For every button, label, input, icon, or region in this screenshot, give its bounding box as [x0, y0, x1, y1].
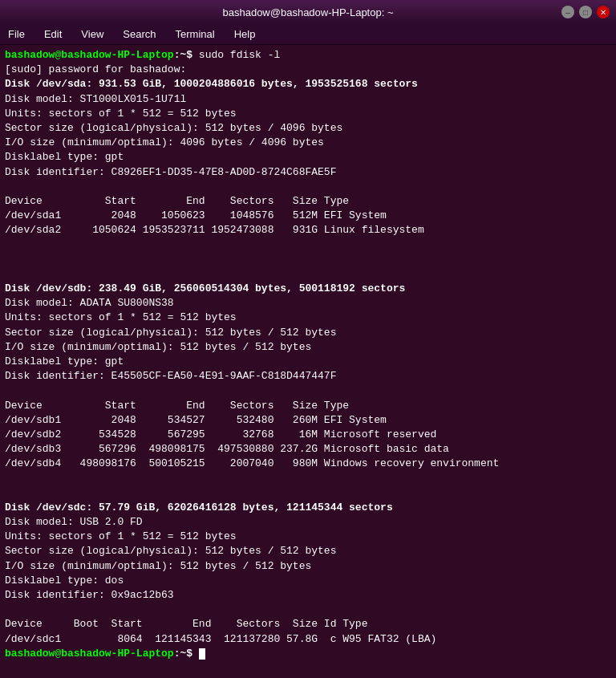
terminal-line: /dev/sdb2 534528 567295 32768 16M Micros… — [5, 428, 611, 442]
terminal-line: Disk /dev/sda: 931.53 GiB, 1000204886016… — [5, 77, 611, 91]
terminal-line: Sector size (logical/physical): 512 byte… — [5, 544, 611, 558]
terminal-line: Units: sectors of 1 * 512 = 512 bytes — [5, 107, 611, 121]
terminal-window: bashadow@bashadow-HP-Laptop: ~ – □ ✕ Fil… — [0, 0, 616, 678]
terminal-line: Disklabel type: gpt — [5, 355, 611, 369]
menu-help[interactable]: Help — [229, 26, 261, 42]
prompt-cmd: sudo fdisk -l — [199, 49, 280, 61]
menu-terminal[interactable]: Terminal — [171, 26, 220, 42]
terminal-line: Disk model: ADATA SU800NS38 — [5, 296, 611, 311]
terminal-line: /dev/sdb3 567296 498098175 497530880 237… — [5, 442, 611, 457]
terminal-line: Units: sectors of 1 * 512 = 512 bytes — [5, 311, 611, 325]
prompt-dir: :~$ — [174, 648, 199, 660]
terminal-line: I/O size (minimum/optimal): 512 bytes / … — [5, 559, 611, 574]
terminal-line — [5, 238, 611, 252]
terminal-line: bashadow@bashadow-HP-Laptop:~$ sudo fdis… — [5, 48, 611, 63]
prompt-user: bashadow@bashadow-HP-Laptop — [5, 49, 174, 61]
terminal-line — [5, 486, 611, 501]
terminal-line: Disk model: ST1000LX015-1U71l — [5, 92, 611, 107]
terminal-line: Disk identifier: E45505CF-EA50-4E91-9AAF… — [5, 369, 611, 384]
menu-bar: File Edit View Search Terminal Help — [0, 24, 616, 45]
terminal-line: Disklabel type: gpt — [5, 150, 611, 164]
terminal-line: Device Start End Sectors Size Type — [5, 399, 611, 413]
window-title: bashadow@bashadow-HP-Laptop: ~ — [55, 6, 561, 18]
terminal-line: /dev/sda1 2048 1050623 1048576 512M EFI … — [5, 209, 611, 223]
terminal-line: Disklabel type: dos — [5, 574, 611, 588]
terminal-text-bold: Disk /dev/sdb: 238.49 GiB, 256060514304 … — [5, 282, 405, 294]
minimize-button[interactable]: – — [561, 6, 574, 18]
menu-view[interactable]: View — [76, 26, 108, 42]
terminal-line — [5, 603, 611, 617]
window-controls: – □ ✕ — [561, 6, 610, 18]
terminal-line — [5, 180, 611, 194]
terminal-body[interactable]: bashadow@bashadow-HP-Laptop:~$ sudo fdis… — [0, 45, 616, 678]
terminal-line — [5, 471, 611, 485]
terminal-line: Units: sectors of 1 * 512 = 512 bytes — [5, 530, 611, 544]
terminal-line: Sector size (logical/physical): 512 byte… — [5, 326, 611, 340]
terminal-line: bashadow@bashadow-HP-Laptop:~$ — [5, 647, 611, 661]
terminal-text-bold: Disk /dev/sdc: 57.79 GiB, 62026416128 by… — [5, 501, 393, 514]
terminal-line — [5, 253, 611, 267]
prompt-user: bashadow@bashadow-HP-Laptop — [5, 648, 174, 660]
terminal-line: Disk model: USB 2.0 FD — [5, 515, 611, 530]
menu-search[interactable]: Search — [118, 26, 160, 42]
prompt-dir: :~$ — [174, 49, 199, 61]
terminal-text-bold: Disk /dev/sda: 931.53 GiB, 1000204886016… — [5, 78, 418, 90]
terminal-line: I/O size (minimum/optimal): 4096 bytes /… — [5, 136, 611, 150]
terminal-line: /dev/sdb4 498098176 500105215 2007040 98… — [5, 457, 611, 471]
terminal-line: Disk identifier: C8926EF1-DD35-47E8-AD0D… — [5, 165, 611, 180]
terminal-line: /dev/sdc1 8064 121145343 121137280 57.8G… — [5, 632, 611, 647]
terminal-line: Device Start End Sectors Size Type — [5, 194, 611, 209]
terminal-line: /dev/sdb1 2048 534527 532480 260M EFI Sy… — [5, 413, 611, 428]
terminal-line: Sector size (logical/physical): 512 byte… — [5, 121, 611, 136]
terminal-line — [5, 384, 611, 398]
terminal-line: Disk /dev/sdb: 238.49 GiB, 256060514304 … — [5, 282, 611, 296]
menu-file[interactable]: File — [3, 26, 30, 42]
terminal-line: Device Boot Start End Sectors Size Id Ty… — [5, 617, 611, 631]
close-button[interactable]: ✕ — [597, 6, 610, 18]
terminal-line: /dev/sda2 1050624 1953523711 1952473088 … — [5, 223, 611, 238]
maximize-button[interactable]: □ — [579, 6, 592, 18]
terminal-line: [sudo] password for bashadow: — [5, 63, 611, 77]
terminal-line: I/O size (minimum/optimal): 512 bytes / … — [5, 340, 611, 355]
menu-edit[interactable]: Edit — [39, 26, 67, 42]
terminal-line: Disk identifier: 0x9ac12b63 — [5, 588, 611, 603]
title-bar: bashadow@bashadow-HP-Laptop: ~ – □ ✕ — [0, 0, 616, 24]
cursor — [199, 648, 205, 660]
terminal-line: Disk /dev/sdc: 57.79 GiB, 62026416128 by… — [5, 501, 611, 515]
terminal-line — [5, 267, 611, 282]
